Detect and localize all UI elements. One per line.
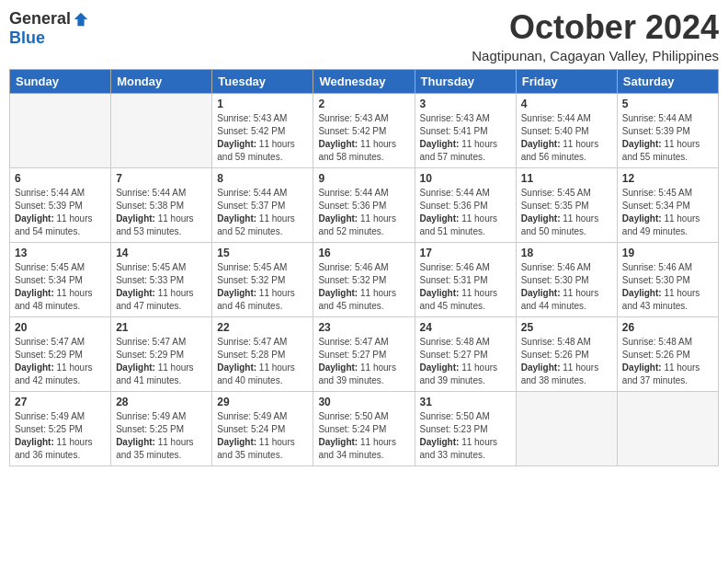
sunset-text: Sunset: 5:30 PM (622, 274, 713, 287)
header-monday: Monday (111, 69, 212, 93)
calendar-cell: 24Sunrise: 5:48 AMSunset: 5:27 PMDayligh… (415, 316, 516, 391)
daylight-text: Daylight: 11 hours and 39 minutes. (318, 362, 409, 387)
sunset-text: Sunset: 5:30 PM (521, 274, 612, 287)
day-number: 2 (318, 98, 409, 110)
sunset-text: Sunset: 5:31 PM (420, 274, 511, 287)
logo: General Blue (9, 9, 89, 48)
cell-info: Sunrise: 5:44 AMSunset: 5:36 PMDaylight:… (318, 187, 409, 238)
sunrise-text: Sunrise: 5:43 AM (318, 112, 409, 125)
day-number: 14 (116, 247, 207, 259)
daylight-text: Daylight: 11 hours and 35 minutes. (116, 436, 207, 462)
calendar-cell: 29Sunrise: 5:49 AMSunset: 5:24 PMDayligh… (212, 391, 313, 465)
cell-info: Sunrise: 5:47 AMSunset: 5:27 PMDaylight:… (318, 336, 409, 387)
sunrise-text: Sunrise: 5:44 AM (521, 112, 612, 125)
sunset-text: Sunset: 5:33 PM (116, 274, 207, 287)
title-area: October 2024 Nagtipunan, Cagayan Valley,… (472, 9, 719, 63)
cell-info: Sunrise: 5:44 AMSunset: 5:39 PMDaylight:… (15, 187, 106, 238)
cell-info: Sunrise: 5:44 AMSunset: 5:37 PMDaylight:… (217, 187, 308, 238)
calendar-cell: 25Sunrise: 5:48 AMSunset: 5:26 PMDayligh… (516, 316, 617, 391)
calendar-cell: 30Sunrise: 5:50 AMSunset: 5:24 PMDayligh… (313, 391, 415, 465)
sunrise-text: Sunrise: 5:47 AM (116, 336, 207, 349)
day-number: 21 (116, 321, 207, 334)
day-number: 25 (521, 321, 612, 334)
daylight-text: Daylight: 11 hours and 38 minutes. (521, 362, 612, 387)
daylight-text: Daylight: 11 hours and 33 minutes. (420, 436, 511, 462)
daylight-text: Daylight: 11 hours and 43 minutes. (622, 287, 713, 313)
calendar-cell (111, 93, 212, 167)
daylight-text: Daylight: 11 hours and 44 minutes. (521, 287, 612, 313)
calendar-table: SundayMondayTuesdayWednesdayThursdayFrid… (9, 69, 719, 466)
sunset-text: Sunset: 5:35 PM (521, 200, 612, 213)
calendar-cell: 7Sunrise: 5:44 AMSunset: 5:38 PMDaylight… (111, 167, 212, 242)
cell-info: Sunrise: 5:47 AMSunset: 5:29 PMDaylight:… (116, 336, 207, 387)
calendar-cell: 26Sunrise: 5:48 AMSunset: 5:26 PMDayligh… (617, 316, 718, 391)
sunrise-text: Sunrise: 5:48 AM (420, 336, 511, 349)
calendar-cell: 4Sunrise: 5:44 AMSunset: 5:40 PMDaylight… (516, 93, 617, 167)
svg-marker-0 (74, 12, 87, 25)
day-number: 6 (15, 172, 106, 185)
cell-info: Sunrise: 5:44 AMSunset: 5:39 PMDaylight:… (622, 112, 713, 164)
calendar-cell: 6Sunrise: 5:44 AMSunset: 5:39 PMDaylight… (10, 167, 111, 242)
calendar-cell: 14Sunrise: 5:45 AMSunset: 5:33 PMDayligh… (111, 242, 212, 316)
sunset-text: Sunset: 5:29 PM (15, 349, 106, 362)
sunrise-text: Sunrise: 5:45 AM (116, 261, 207, 274)
header-thursday: Thursday (415, 69, 516, 93)
cell-info: Sunrise: 5:44 AMSunset: 5:36 PMDaylight:… (420, 187, 511, 238)
day-number: 9 (318, 172, 409, 185)
daylight-text: Daylight: 11 hours and 47 minutes. (116, 287, 207, 313)
daylight-text: Daylight: 11 hours and 34 minutes. (318, 436, 409, 462)
sunset-text: Sunset: 5:39 PM (15, 200, 106, 213)
calendar-cell: 27Sunrise: 5:49 AMSunset: 5:25 PMDayligh… (10, 391, 111, 465)
sunset-text: Sunset: 5:42 PM (217, 125, 308, 138)
calendar-cell: 23Sunrise: 5:47 AMSunset: 5:27 PMDayligh… (313, 316, 415, 391)
header-saturday: Saturday (617, 69, 718, 93)
sunset-text: Sunset: 5:38 PM (116, 200, 207, 213)
sunset-text: Sunset: 5:25 PM (116, 423, 207, 436)
cell-info: Sunrise: 5:45 AMSunset: 5:33 PMDaylight:… (116, 261, 207, 313)
calendar-cell: 28Sunrise: 5:49 AMSunset: 5:25 PMDayligh… (111, 391, 212, 465)
daylight-text: Daylight: 11 hours and 50 minutes. (521, 213, 612, 238)
sunrise-text: Sunrise: 5:43 AM (420, 112, 511, 125)
daylight-text: Daylight: 11 hours and 48 minutes. (15, 287, 106, 313)
sunset-text: Sunset: 5:41 PM (420, 125, 511, 138)
sunset-text: Sunset: 5:40 PM (521, 125, 612, 138)
day-number: 19 (622, 247, 713, 259)
sunrise-text: Sunrise: 5:48 AM (521, 336, 612, 349)
sunset-text: Sunset: 5:24 PM (217, 423, 308, 436)
day-number: 11 (521, 172, 612, 185)
daylight-text: Daylight: 11 hours and 37 minutes. (622, 362, 713, 387)
sunset-text: Sunset: 5:34 PM (15, 274, 106, 287)
daylight-text: Daylight: 11 hours and 49 minutes. (622, 213, 713, 238)
daylight-text: Daylight: 11 hours and 45 minutes. (318, 287, 409, 313)
calendar-cell: 2Sunrise: 5:43 AMSunset: 5:42 PMDaylight… (313, 93, 415, 167)
daylight-text: Daylight: 11 hours and 53 minutes. (116, 213, 207, 238)
cell-info: Sunrise: 5:48 AMSunset: 5:27 PMDaylight:… (420, 336, 511, 387)
sunrise-text: Sunrise: 5:45 AM (15, 261, 106, 274)
sunrise-text: Sunrise: 5:44 AM (420, 187, 511, 200)
daylight-text: Daylight: 11 hours and 46 minutes. (217, 287, 308, 313)
daylight-text: Daylight: 11 hours and 52 minutes. (217, 213, 308, 238)
day-number: 12 (622, 172, 713, 185)
cell-info: Sunrise: 5:49 AMSunset: 5:25 PMDaylight:… (116, 410, 207, 462)
sunrise-text: Sunrise: 5:44 AM (217, 187, 308, 200)
daylight-text: Daylight: 11 hours and 58 minutes. (318, 138, 409, 164)
daylight-text: Daylight: 11 hours and 41 minutes. (116, 362, 207, 387)
daylight-text: Daylight: 11 hours and 42 minutes. (15, 362, 106, 387)
day-number: 30 (318, 396, 409, 408)
calendar-cell: 15Sunrise: 5:45 AMSunset: 5:32 PMDayligh… (212, 242, 313, 316)
cell-info: Sunrise: 5:50 AMSunset: 5:23 PMDaylight:… (420, 410, 511, 462)
sunset-text: Sunset: 5:39 PM (622, 125, 713, 138)
day-number: 26 (622, 321, 713, 334)
cell-info: Sunrise: 5:45 AMSunset: 5:35 PMDaylight:… (521, 187, 612, 238)
cell-info: Sunrise: 5:50 AMSunset: 5:24 PMDaylight:… (318, 410, 409, 462)
sunrise-text: Sunrise: 5:50 AM (318, 410, 409, 423)
cell-info: Sunrise: 5:47 AMSunset: 5:29 PMDaylight:… (15, 336, 106, 387)
daylight-text: Daylight: 11 hours and 39 minutes. (420, 362, 511, 387)
cell-info: Sunrise: 5:46 AMSunset: 5:30 PMDaylight:… (622, 261, 713, 313)
daylight-text: Daylight: 11 hours and 59 minutes. (217, 138, 308, 164)
day-number: 4 (521, 98, 612, 110)
calendar-cell: 8Sunrise: 5:44 AMSunset: 5:37 PMDaylight… (212, 167, 313, 242)
daylight-text: Daylight: 11 hours and 51 minutes. (420, 213, 511, 238)
calendar-cell (10, 93, 111, 167)
sunset-text: Sunset: 5:26 PM (622, 349, 713, 362)
